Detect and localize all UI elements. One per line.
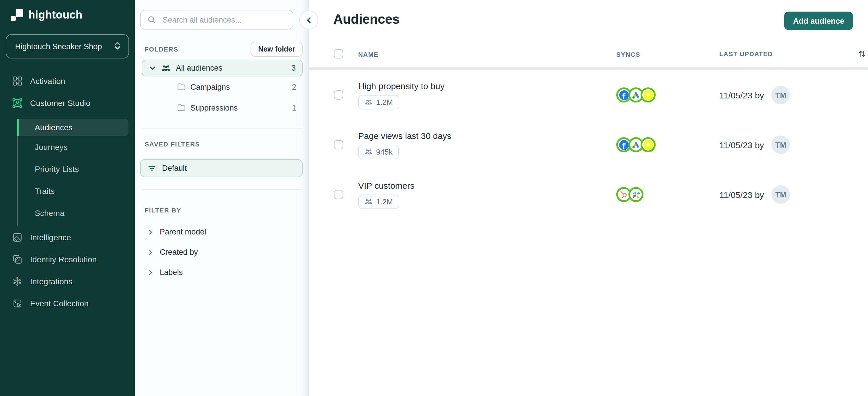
filter-group-label: Created by xyxy=(160,248,198,256)
search-box xyxy=(140,10,293,30)
row-checkbox[interactable] xyxy=(334,190,343,199)
sidebar-item-audiences[interactable]: Audiences xyxy=(17,119,128,136)
identity-resolution-icon xyxy=(12,254,23,265)
saved-filter-default[interactable]: Default xyxy=(140,159,303,177)
sync-stack[interactable]: f xyxy=(616,137,719,152)
row-checkbox[interactable] xyxy=(334,140,343,149)
filter-group-parent-model[interactable]: Parent model xyxy=(135,222,308,242)
sidebar-item-label: Priority Lists xyxy=(35,164,79,174)
sidebar-item-label: Integrations xyxy=(30,277,72,286)
sidebar-nav: Activation Customer Studio Audiences Jou… xyxy=(0,70,135,314)
sidebar-item-journeys[interactable]: Journeys xyxy=(0,136,135,158)
audience-size-badge: 945k xyxy=(358,145,399,159)
sync-stack[interactable]: f xyxy=(616,87,719,102)
column-header-name: NAME xyxy=(358,51,378,58)
select-all-checkbox[interactable] xyxy=(334,49,343,59)
sync-stack[interactable] xyxy=(616,187,719,202)
add-audience-button[interactable]: Add audience xyxy=(784,11,853,30)
audiences-list-panel: FOLDERS New folder All audiences 3 Campa… xyxy=(135,0,309,396)
snapchat-icon xyxy=(641,137,656,152)
app: hightouch Hightouch Sneaker Shop Activat… xyxy=(0,0,868,396)
avatar: TM xyxy=(772,135,790,154)
chevron-right-icon xyxy=(147,269,154,276)
page-title: Audiences xyxy=(333,11,400,27)
slack-icon xyxy=(628,187,644,202)
column-header-syncs: SYNCS xyxy=(616,51,640,58)
chevron-left-icon xyxy=(305,16,313,24)
event-collection-icon xyxy=(12,298,23,309)
audience-name[interactable]: Page views last 30 days xyxy=(358,130,616,141)
audience-people-icon xyxy=(365,198,373,205)
customer-studio-subnav: Audiences Journeys Priority Lists Traits… xyxy=(0,119,135,224)
audience-size: 945k xyxy=(376,147,392,156)
chevron-up-down-icon xyxy=(114,41,122,52)
sidebar-item-integrations[interactable]: Integrations xyxy=(0,270,135,293)
collapse-panel-button[interactable] xyxy=(299,10,318,30)
sidebar: hightouch Hightouch Sneaker Shop Activat… xyxy=(0,0,135,396)
folder-campaigns[interactable]: Campaigns 2 xyxy=(135,77,308,97)
folder-suppressions[interactable]: Suppressions 1 xyxy=(135,97,308,118)
sidebar-item-label: Journeys xyxy=(35,143,68,152)
avatar: TM xyxy=(772,185,790,204)
table-row[interactable]: High propensity to buy 1.2M f xyxy=(309,70,868,120)
filter-icon xyxy=(148,164,156,173)
hightouch-logo-icon xyxy=(11,9,23,21)
customer-studio-icon xyxy=(12,98,23,108)
sidebar-item-schema[interactable]: Schema xyxy=(0,202,135,224)
folder-name: Suppressions xyxy=(190,103,287,112)
audience-name[interactable]: High propensity to buy xyxy=(358,81,616,91)
table-header: NAME SYNCS LAST UPDATED xyxy=(309,45,868,63)
logo-wordmark: hightouch xyxy=(28,9,83,22)
saved-filters-label: SAVED FILTERS xyxy=(145,141,200,148)
filter-by-label: FILTER BY xyxy=(145,207,181,214)
table-header-shadow xyxy=(309,68,868,70)
activation-icon xyxy=(12,76,23,86)
sidebar-item-customer-studio[interactable]: Customer Studio xyxy=(0,92,135,114)
saved-filter-name: Default xyxy=(162,164,187,173)
chevron-right-icon xyxy=(147,229,154,235)
column-header-last-updated: LAST UPDATED xyxy=(719,50,773,57)
audience-people-icon xyxy=(161,64,171,72)
workspace-name: Hightouch Sneaker Shop xyxy=(15,42,102,51)
sidebar-item-activation[interactable]: Activation xyxy=(0,70,135,92)
intelligence-icon xyxy=(12,232,23,243)
snapchat-icon xyxy=(641,87,656,102)
sidebar-item-intelligence[interactable]: Intelligence xyxy=(0,226,135,248)
sidebar-item-identity-resolution[interactable]: Identity Resolution xyxy=(0,248,135,270)
folder-count: 2 xyxy=(292,83,296,91)
table-row[interactable]: Page views last 30 days 945k f xyxy=(309,120,868,170)
last-updated-text: 11/05/23 by xyxy=(719,190,764,200)
hightouch-logo: hightouch xyxy=(0,0,135,22)
panel-divider xyxy=(142,189,303,190)
folders-header: FOLDERS New folder xyxy=(135,42,308,57)
workspace-selector[interactable]: Hightouch Sneaker Shop xyxy=(6,34,129,59)
main-content: Audiences Add audience NAME SYNCS LAST U… xyxy=(309,0,868,396)
row-checkbox[interactable] xyxy=(334,90,343,99)
audience-people-icon xyxy=(365,148,373,155)
last-updated-text: 11/05/23 by xyxy=(719,140,764,150)
sidebar-item-label: Schema xyxy=(35,208,64,218)
search-input[interactable] xyxy=(161,15,286,25)
sidebar-item-event-collection[interactable]: Event Collection xyxy=(0,293,135,314)
filter-by-header: FILTER BY xyxy=(135,204,308,215)
filter-group-label: Parent model xyxy=(160,227,206,236)
sort-icon[interactable] xyxy=(858,49,868,59)
table-row[interactable]: VIP customers 1.2M xyxy=(309,170,868,219)
audience-size-badge: 1.2M xyxy=(358,194,399,209)
filter-group-created-by[interactable]: Created by xyxy=(135,242,308,262)
chevron-right-icon xyxy=(147,249,154,255)
folder-icon xyxy=(177,83,186,91)
panel-divider xyxy=(142,128,303,129)
audience-name[interactable]: VIP customers xyxy=(358,180,616,190)
sidebar-item-priority-lists[interactable]: Priority Lists xyxy=(0,158,135,180)
filter-group-labels[interactable]: Labels xyxy=(135,262,308,282)
sidebar-item-label: Event Collection xyxy=(30,299,89,308)
new-folder-button[interactable]: New folder xyxy=(251,42,303,57)
filter-groups: Parent model Created by Labels xyxy=(135,222,308,282)
main-header: Audiences Add audience xyxy=(309,0,868,30)
folder-all-audiences[interactable]: All audiences 3 xyxy=(142,60,303,77)
sidebar-item-label: Customer Studio xyxy=(30,98,91,108)
integrations-icon xyxy=(12,276,23,286)
sidebar-item-traits[interactable]: Traits xyxy=(0,180,135,202)
search-wrap xyxy=(135,0,308,30)
